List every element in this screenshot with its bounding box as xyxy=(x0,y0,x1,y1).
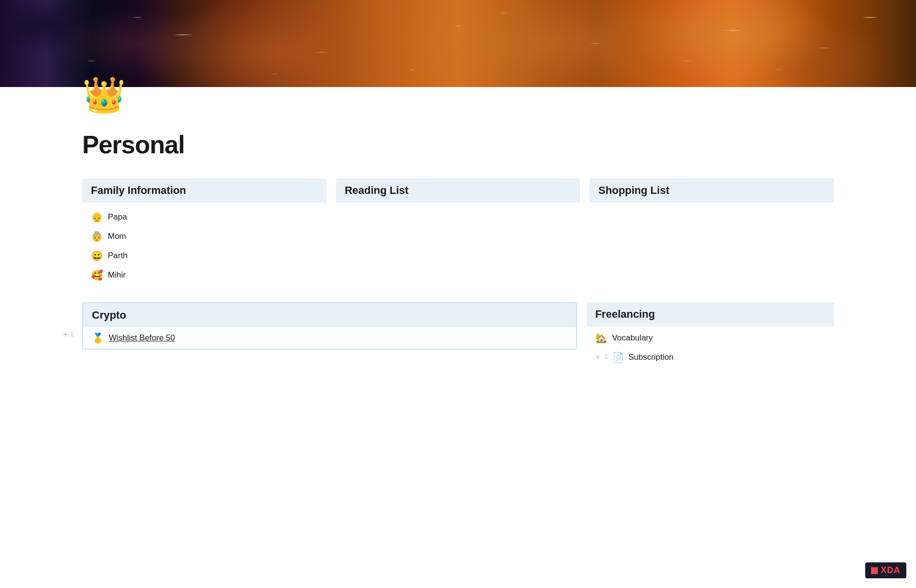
crypto-wrapper-outer: + ⠿ Crypto 🥇 Wishlist Before 50 xyxy=(82,302,577,367)
page-content: 👑 Personal Family Information 👴 Papa 👵 M… xyxy=(0,70,916,367)
family-information-header[interactable]: Family Information xyxy=(82,178,326,203)
shopping-list-card: Shopping List xyxy=(590,178,834,288)
mom-emoji: 👵 xyxy=(91,231,103,242)
crypto-title: Crypto xyxy=(92,309,126,321)
page-title: Personal xyxy=(82,130,834,159)
reading-list-title: Reading List xyxy=(345,184,409,196)
family-information-items: 👴 Papa 👵 Mom 😀 Parth 🥰 Mihir xyxy=(82,205,326,288)
family-information-title: Family Information xyxy=(91,184,186,196)
freelancing-title: Freelancing xyxy=(595,308,655,320)
reading-list-card: Reading List xyxy=(336,178,580,288)
second-row: + ⠿ Crypto 🥇 Wishlist Before 50 Freelanc… xyxy=(82,302,834,367)
freelancing-items: 🏡 Vocabulary + ⠿ 📄 Subscription xyxy=(587,328,834,367)
wishlist-emoji: 🥇 xyxy=(92,332,104,344)
gallery-grid: Family Information 👴 Papa 👵 Mom 😀 Parth … xyxy=(82,178,834,288)
wishlist-label[interactable]: Wishlist Before 50 xyxy=(109,333,175,343)
list-item[interactable]: 👵 Mom xyxy=(82,227,326,246)
crypto-header[interactable]: Crypto xyxy=(83,303,576,327)
crypto-card: Crypto 🥇 Wishlist Before 50 xyxy=(82,302,577,350)
subscription-emoji: 📄 xyxy=(612,352,624,363)
shopping-list-header[interactable]: Shopping List xyxy=(590,178,834,203)
list-item[interactable]: 😀 Parth xyxy=(82,246,326,265)
papa-label: Papa xyxy=(108,212,127,222)
crypto-item[interactable]: 🥇 Wishlist Before 50 xyxy=(83,327,576,349)
list-item[interactable]: 👴 Papa xyxy=(82,207,326,227)
vocabulary-emoji: 🏡 xyxy=(595,332,607,344)
mihir-label: Mihir xyxy=(108,270,126,280)
reading-list-items xyxy=(336,205,580,210)
add-icon-freelancing[interactable]: + xyxy=(595,353,601,363)
drag-icon-freelancing[interactable]: ⠿ xyxy=(604,354,608,361)
mihir-emoji: 🥰 xyxy=(91,269,103,281)
xda-label: XDA xyxy=(881,565,901,575)
mom-label: Mom xyxy=(108,232,126,241)
page-emoji: 👑 xyxy=(82,70,834,120)
xda-square xyxy=(871,567,878,574)
parth-emoji: 😀 xyxy=(91,250,103,262)
list-item[interactable]: 🏡 Vocabulary xyxy=(587,328,834,348)
add-row: + ⠿ 📄 Subscription xyxy=(587,348,834,367)
drag-icon[interactable]: ⠿ xyxy=(70,331,74,338)
reading-list-header[interactable]: Reading List xyxy=(336,178,580,203)
freelancing-header[interactable]: Freelancing xyxy=(587,302,834,326)
add-icon[interactable]: + xyxy=(63,330,68,340)
xda-watermark: XDA xyxy=(865,562,906,578)
freelancing-section: Freelancing 🏡 Vocabulary + ⠿ 📄 Subscript… xyxy=(587,302,834,367)
family-information-card: Family Information 👴 Papa 👵 Mom 😀 Parth … xyxy=(82,178,326,288)
shopping-list-items xyxy=(590,205,834,210)
vocabulary-label: Vocabulary xyxy=(612,333,653,343)
shopping-list-title: Shopping List xyxy=(598,184,669,196)
list-item[interactable]: 🥰 Mihir xyxy=(82,265,326,285)
parth-label: Parth xyxy=(108,251,128,261)
drag-handle[interactable]: + ⠿ xyxy=(63,330,74,340)
papa-emoji: 👴 xyxy=(91,211,103,223)
subscription-label: Subscription xyxy=(628,353,674,362)
